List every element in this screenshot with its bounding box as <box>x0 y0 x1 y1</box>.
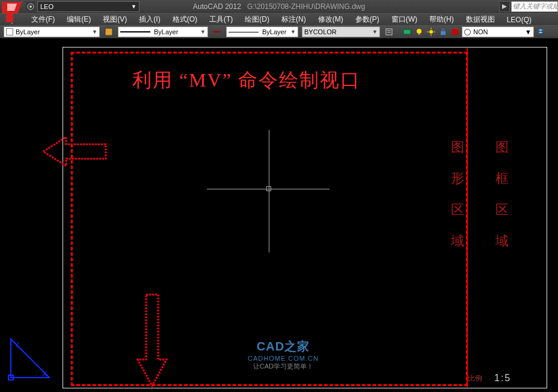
workspace-selector[interactable]: LEO ▼ <box>37 1 140 12</box>
svg-rect-6 <box>386 29 392 35</box>
menu-param[interactable]: 参数(P) <box>352 14 383 25</box>
menu-view[interactable]: 视图(V) <box>99 14 130 25</box>
linetype-selector[interactable]: ByLayer ▼ <box>118 26 208 37</box>
menu-format[interactable]: 格式(O) <box>169 14 201 25</box>
svg-text:X: X <box>42 370 47 378</box>
layer-color-icon[interactable] <box>450 26 461 37</box>
svg-marker-0 <box>11 23 13 24</box>
layer-selector[interactable]: NON ▼ <box>462 26 534 37</box>
svg-rect-9 <box>403 29 411 34</box>
chevron-down-icon: ▼ <box>197 29 206 35</box>
plotstyle-selector[interactable]: BYCOLOR ▼ <box>302 26 380 37</box>
menu-bar: 文件(F) 编辑(E) 视图(V) 插入(I) 格式(O) 工具(T) 绘图(D… <box>0 13 558 25</box>
workspace-gear-icon[interactable] <box>25 1 36 12</box>
annotation-title: 利用 “MV” 命令绘制视口 <box>132 67 361 94</box>
menu-insert[interactable]: 插入(I) <box>135 14 164 25</box>
menu-help[interactable]: 帮助(H) <box>426 14 458 25</box>
svg-point-2 <box>29 5 32 8</box>
viewport-rectangle <box>71 52 468 386</box>
svg-marker-3 <box>502 4 507 9</box>
list-button[interactable] <box>384 26 394 37</box>
watermark: CAD之家 CADHOME.COM.CN 让CAD学习更简单！ <box>248 338 319 371</box>
layer-manage-icon[interactable] <box>535 26 546 37</box>
color-value: ByLayer <box>16 28 40 35</box>
scale-value: 1:5 <box>494 373 511 384</box>
layer-bulb-icon[interactable] <box>414 26 425 37</box>
chevron-down-icon: ▼ <box>525 28 532 35</box>
arrow-down-icon <box>135 293 169 390</box>
layer-lock-icon[interactable] <box>438 26 449 37</box>
layer-tools-group: NON ▼ <box>402 26 546 37</box>
menu-tools[interactable]: 工具(T) <box>206 14 236 25</box>
menu-window[interactable]: 窗口(W) <box>388 14 421 25</box>
ucs-icon: Y X <box>6 334 54 385</box>
scale-label: 比例 <box>468 373 482 384</box>
scale-block: 比例 1:5 <box>468 369 546 387</box>
svg-text:Y: Y <box>14 341 19 349</box>
keyword-search-input[interactable]: 键入关键字或短 <box>511 1 558 12</box>
lineweight-preview-icon <box>228 32 259 32</box>
arrow-left-icon <box>42 135 108 171</box>
linetype-preview-icon <box>120 31 150 32</box>
svg-point-12 <box>429 30 433 34</box>
layer-circle-icon <box>464 29 471 35</box>
svg-rect-4 <box>105 28 112 35</box>
menu-leo[interactable]: LEO(Q) <box>503 15 535 25</box>
lineweight-selector[interactable]: ByLayer ▼ <box>226 26 298 37</box>
layer-sun-icon[interactable] <box>426 26 437 37</box>
layer-states-icon[interactable] <box>402 26 412 37</box>
plotstyle-value: BYCOLOR <box>304 28 337 35</box>
chevron-down-icon: ▼ <box>88 29 97 35</box>
app-menu-button[interactable] <box>0 0 24 24</box>
svg-rect-17 <box>441 31 446 35</box>
svg-rect-11 <box>419 33 420 35</box>
chevron-down-icon: ▼ <box>369 29 378 35</box>
color-swatch-icon <box>6 28 13 35</box>
vtext-graphics-area: 图 形 区 域 <box>451 138 464 250</box>
crosshair-center <box>266 186 271 191</box>
crosshair-vertical <box>269 130 269 253</box>
svg-point-10 <box>417 29 422 34</box>
menu-edit[interactable]: 编辑(E) <box>63 14 94 25</box>
linetype-tool-icon[interactable] <box>212 26 222 37</box>
menu-file[interactable]: 文件(F) <box>28 14 58 25</box>
linetype-value: ByLayer <box>154 28 178 35</box>
play-button[interactable] <box>499 1 510 12</box>
menu-dataview[interactable]: 数据视图 <box>462 14 498 25</box>
title-bar: LEO ▼ AutoCAD 2012 G:\20150708-ZHIHU\DRA… <box>0 0 558 13</box>
svg-rect-18 <box>452 29 458 35</box>
chevron-down-icon: ▼ <box>131 4 136 10</box>
chevron-down-icon: ▼ <box>287 29 296 35</box>
lineweight-value: ByLayer <box>262 28 286 35</box>
workspace-current: LEO <box>40 3 54 10</box>
menu-dimension[interactable]: 标注(N) <box>278 14 310 25</box>
menu-modify[interactable]: 修改(M) <box>314 14 347 25</box>
drawing-area[interactable]: 利用 “MV” 命令绘制视口 图 形 区 域 图 框 区 域 比例 1:5 Y … <box>0 38 558 392</box>
menu-draw[interactable]: 绘图(D) <box>241 14 273 25</box>
properties-toolbar: ByLayer ▼ ByLayer ▼ ByLayer ▼ BYCOLOR ▼ … <box>0 25 558 38</box>
layer-value: NON <box>473 28 488 35</box>
vtext-frame-area: 图 框 区 域 <box>495 138 509 250</box>
color-selector[interactable]: ByLayer ▼ <box>4 26 100 37</box>
color-tool-icon[interactable] <box>103 26 114 37</box>
